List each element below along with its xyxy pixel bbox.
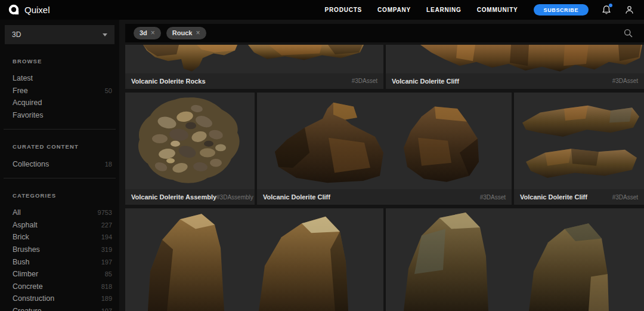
section-title-categories: CATEGORIES: [13, 192, 107, 199]
asset-type-tag: #3DAssembly: [216, 194, 253, 201]
pebble-assembly-image: [125, 93, 255, 189]
asset-type-value: 3D: [12, 30, 21, 39]
asset-grid-row-2: Volcanic Dolerite Assembly #3DAssembly: [125, 93, 644, 205]
asset-thumbnail: [257, 93, 512, 189]
asset-type-tag: #3DAsset: [612, 194, 638, 201]
sidebar-item-brushes[interactable]: Brushes 319: [0, 244, 119, 256]
asset-thumbnail: [514, 93, 644, 189]
asset-card-volcanic-dolerite-assembly[interactable]: Volcanic Dolerite Assembly #3DAssembly: [125, 93, 255, 205]
nav-learning[interactable]: LEARNING: [426, 7, 462, 13]
sidebar-item-free[interactable]: Free 50: [0, 85, 119, 97]
asset-card-row3-right[interactable]: [386, 208, 644, 311]
close-icon[interactable]: ×: [196, 29, 200, 36]
asset-label-bar: Volcanic Dolerite Cliff #3DAsset: [386, 73, 644, 89]
quixel-logo-icon: [8, 4, 20, 16]
browse-list: Latest Free 50 Acquired Favorites: [0, 72, 119, 121]
asset-card-volcanic-dolerite-cliff[interactable]: Volcanic Dolerite Cliff #3DAsset: [386, 45, 644, 89]
section-title-curated-content: CURATED CONTENT: [13, 143, 107, 150]
section-title-browse: BROWSE: [13, 58, 107, 64]
user-icon: [624, 5, 634, 15]
boulder-pair-image: [125, 208, 383, 311]
asset-thumbnail: [125, 208, 383, 311]
sidebar-item-creature[interactable]: Creature 107: [0, 305, 119, 311]
curated-list: Collections 18: [0, 158, 119, 170]
top-navigation-bar: Quixel PRODUCTS COMPANY LEARNING COMMUNI…: [0, 0, 644, 20]
sidebar-item-climber[interactable]: Climber 85: [0, 268, 119, 281]
asset-title: Volcanic Dolerite Rocks: [131, 78, 206, 85]
page-body: 3D BROWSE Latest Free 50 Acquired Favori…: [0, 20, 644, 311]
asset-label-bar: Volcanic Dolerite Cliff #3DAsset: [514, 189, 644, 205]
main-nav: PRODUCTS COMPANY LEARNING COMMUNITY SUBS…: [309, 4, 634, 16]
asset-type-tag: #3DAsset: [480, 194, 506, 201]
asset-thumbnail: [125, 45, 383, 73]
search-tag-3d[interactable]: 3d ×: [134, 27, 161, 39]
asset-title: Volcanic Dolerite Cliff: [263, 193, 330, 201]
sidebar-item-acquired[interactable]: Acquired: [0, 97, 119, 109]
asset-thumbnail: [386, 45, 644, 73]
subscribe-button[interactable]: SUBSCRIBE: [534, 4, 589, 16]
boulder-pair-image: [386, 208, 644, 311]
sidebar-item-bush[interactable]: Bush 197: [0, 255, 119, 268]
search-tag-rouck[interactable]: Rouck ×: [166, 27, 206, 39]
brand-name: Quixel: [24, 5, 50, 15]
sidebar-item-construction[interactable]: Construction 189: [0, 292, 119, 305]
nav-company[interactable]: COMPANY: [377, 7, 411, 13]
results-area: 3d × Rouck ×: [125, 20, 644, 311]
search-bar[interactable]: 3d × Rouck ×: [125, 24, 644, 42]
asset-label-bar: Volcanic Dolerite Cliff #3DAsset: [257, 189, 512, 205]
nav-community[interactable]: COMMUNITY: [477, 7, 518, 13]
asset-card-row3-left[interactable]: [125, 208, 383, 311]
asset-title: Volcanic Dolerite Cliff: [520, 193, 587, 201]
asset-thumbnail: [125, 93, 255, 189]
nav-products[interactable]: PRODUCTS: [325, 7, 363, 13]
notification-dot: [609, 4, 612, 7]
asset-card-volcanic-dolerite-cliff-3[interactable]: Volcanic Dolerite Cliff #3DAsset: [514, 93, 644, 205]
notifications-button[interactable]: [602, 5, 611, 15]
sidebar-item-all[interactable]: All 9753: [0, 207, 119, 219]
asset-title: Volcanic Dolerite Assembly: [131, 193, 216, 201]
asset-card-volcanic-dolerite-rocks[interactable]: Volcanic Dolerite Rocks #3DAsset: [125, 45, 383, 89]
asset-thumbnail: [386, 208, 644, 311]
rock-strip-stack-image: [514, 93, 644, 189]
rock-strips-image: [125, 45, 383, 73]
asset-label-bar: Volcanic Dolerite Assembly #3DAssembly: [125, 189, 255, 205]
close-icon[interactable]: ×: [151, 29, 155, 36]
divider: [4, 129, 116, 130]
asset-type-tag: #3DAsset: [612, 78, 638, 84]
sidebar-item-latest[interactable]: Latest: [0, 72, 119, 85]
sidebar: 3D BROWSE Latest Free 50 Acquired Favori…: [0, 20, 119, 311]
sidebar-item-favorites[interactable]: Favorites: [0, 109, 119, 122]
divider: [4, 178, 116, 178]
asset-grid-row-3: [125, 208, 644, 311]
sidebar-item-concrete[interactable]: Concrete 818: [0, 281, 119, 293]
asset-card-volcanic-dolerite-cliff-2[interactable]: Volcanic Dolerite Cliff #3DAsset: [257, 93, 512, 205]
search-icon[interactable]: [623, 28, 633, 38]
sidebar-item-collections[interactable]: Collections 18: [0, 158, 119, 170]
asset-type-dropdown[interactable]: 3D: [5, 25, 114, 44]
asset-label-bar: Volcanic Dolerite Rocks #3DAsset: [125, 73, 383, 89]
sidebar-item-brick[interactable]: Brick 194: [0, 231, 119, 244]
sidebar-item-asphalt[interactable]: Asphalt 227: [0, 219, 119, 232]
asset-type-tag: #3DAsset: [352, 78, 377, 84]
cliff-image: [386, 45, 644, 73]
categories-list: All 9753 Asphalt 227 Brick 194 Brushes 3…: [0, 207, 119, 311]
asset-grid-row-1: Volcanic Dolerite Rocks #3DAsset: [125, 45, 644, 89]
quixel-logo[interactable]: Quixel: [8, 4, 50, 16]
chevron-down-icon: [103, 33, 107, 36]
asset-title: Volcanic Dolerite Cliff: [392, 78, 459, 85]
rock-pair-image: [257, 93, 512, 189]
account-button[interactable]: [624, 5, 634, 15]
